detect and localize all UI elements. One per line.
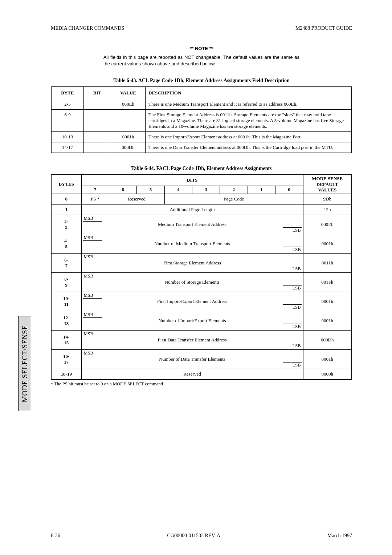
- t43-r0-bit: [84, 99, 111, 110]
- footer-right: March 1997: [327, 533, 352, 539]
- t43-r3-byte: 14-17: [51, 142, 84, 153]
- t43-h-desc: DESCRIPTION: [146, 87, 352, 99]
- t44-r0-c2: Page Code: [164, 194, 303, 204]
- t44-bit-7: 7: [81, 186, 109, 194]
- msb-label: MSB: [84, 351, 93, 356]
- t44-h-ms1: MODE SENSE: [303, 176, 352, 182]
- t43-h-val: VALUE: [111, 87, 146, 99]
- table-row: 1Additional Page Length12h: [51, 204, 352, 215]
- t44-r1-c0: Additional Page Length: [81, 204, 303, 215]
- t44-r1-bytes: 1: [51, 204, 81, 215]
- t44-r0-bytes: 0: [51, 194, 81, 204]
- lsb-label: LSB: [293, 343, 301, 349]
- t44-r9-bytes: 16- 17: [51, 349, 81, 369]
- t43-r1-bit: [84, 110, 111, 132]
- t43-h-bit: BIT: [84, 87, 111, 99]
- t44-r2-fieldname: Medium Transport Element Address: [82, 215, 303, 234]
- table-row: 10-130001hThere is one Import/Export Ele…: [51, 132, 352, 142]
- t44-r7-field: MSBNumber of Import/Export ElementsLSB: [81, 311, 303, 330]
- table-row: 16- 17MSBNumber of Data Transfer Element…: [51, 349, 352, 369]
- t44-r5-fieldname: Number of Storage Elements: [82, 273, 303, 292]
- t43-h-byte: BYTE: [51, 87, 84, 99]
- side-tab-text: MODE SELECT/SENSE: [21, 325, 29, 402]
- t44-r10-c0: Reserved: [81, 369, 303, 380]
- t43-r1-desc: The First Storage Element Address is 001…: [146, 110, 352, 132]
- t44-r7-value: 0001h: [303, 311, 352, 330]
- t44-bit-1: 1: [248, 186, 275, 194]
- t44-bit-2: 2: [220, 186, 248, 194]
- t44-r10-value: 0000h: [303, 369, 352, 380]
- msb-label: MSB: [84, 293, 93, 298]
- table-row: 14- 15MSBFirst Data Transfer Element Add…: [51, 330, 352, 349]
- t44-r4-value: 0011h: [303, 253, 352, 272]
- header-right: M2488 PRODUCT GUIDE: [295, 25, 352, 31]
- t44-r0-c0: PS *: [81, 194, 109, 204]
- note-block: ** NOTE ** All fields in this page are r…: [103, 46, 299, 67]
- t43-r2-desc: There is one Import/Export Element addre…: [146, 132, 352, 142]
- t44-r0-value: 9Dh: [303, 194, 352, 204]
- t44-r6-fieldname: First Import/Export Element Address: [82, 292, 303, 311]
- header-left: MEDIA CHANGER COMMANDS: [51, 25, 124, 31]
- t44-r8-value: 000Dh: [303, 330, 352, 349]
- footer: 6-36 CG00000-011503 REV. A March 1997: [51, 533, 352, 539]
- t44-bit-4: 4: [164, 186, 192, 194]
- t44-h-ms2a: DEFAULT: [317, 182, 338, 187]
- msb-label: MSB: [84, 312, 93, 317]
- t44-r2-value: 000Eh: [303, 215, 352, 234]
- footer-left: 6-36: [51, 533, 60, 539]
- table-row: 0PS *ReservedPage Code9Dh: [51, 194, 352, 204]
- t43-r0-byte: 2-5: [51, 99, 84, 110]
- table-row: 2- 3MSBMedium Transport Element AddressL…: [51, 215, 352, 234]
- lsb-label: LSB: [293, 266, 301, 272]
- msb-label: MSB: [84, 235, 93, 240]
- lsb-label: LSB: [293, 362, 301, 368]
- t44-bit-0: 0: [275, 186, 303, 194]
- t43-r2-bit: [84, 132, 111, 142]
- table-43-caption: Table 6-43. ACL Page Code 1Dh, Element A…: [51, 78, 352, 84]
- msb-label: MSB: [84, 216, 93, 221]
- t44-r5-value: 001Fh: [303, 272, 352, 292]
- table-row: 6- 7MSBFirst Storage Element AddressLSB0…: [51, 253, 352, 272]
- t44-r3-fieldname: Number of Medium Transport Elements: [82, 234, 303, 253]
- note-text: All fields in this page are reported as …: [103, 54, 299, 67]
- table-44: BYTES BITS MODE SENSE DEFAULT VALUES 765…: [51, 174, 352, 380]
- t44-r3-value: 0001h: [303, 234, 352, 253]
- t44-r8-fieldname: First Data Transfer Element Address: [82, 331, 303, 349]
- note-title: ** NOTE **: [103, 46, 299, 51]
- table-row: 4- 5MSBNumber of Medium Transport Elemen…: [51, 234, 352, 253]
- t44-r0-c1: Reserved: [109, 194, 164, 204]
- t44-r3-bytes: 4- 5: [51, 234, 81, 253]
- t43-r3-bit: [84, 142, 111, 153]
- lsb-label: LSB: [293, 247, 301, 252]
- msb-label: MSB: [84, 274, 93, 279]
- side-tab: MODE SELECT/SENSE: [18, 316, 31, 411]
- t44-r4-bytes: 6- 7: [51, 253, 81, 272]
- t44-r9-fieldname: Number of Data Transfer Elements: [82, 350, 303, 369]
- t44-r4-fieldname: First Storage Element Address: [82, 254, 303, 272]
- t44-h-ms2b: VALUES: [318, 187, 336, 193]
- table-44-caption: Table 6-44. FACL Page Code 1Dh, Element …: [51, 166, 352, 171]
- msb-label: MSB: [84, 254, 93, 260]
- t44-r8-bytes: 14- 15: [51, 330, 81, 349]
- table-row: 6-9The First Storage Element Address is …: [51, 110, 352, 132]
- t43-r2-value: 0001h: [111, 132, 146, 142]
- t44-r6-value: 0001h: [303, 292, 352, 311]
- t44-h-ms2: DEFAULT VALUES: [303, 182, 352, 193]
- table-row: 10- 11MSBFirst Import/Export Element Add…: [51, 292, 352, 311]
- t44-r9-field: MSBNumber of Data Transfer ElementsLSB: [81, 349, 303, 369]
- t44-r7-bytes: 12- 13: [51, 311, 81, 330]
- t44-r8-field: MSBFirst Data Transfer Element AddressLS…: [81, 330, 303, 349]
- lsb-label: LSB: [293, 228, 301, 233]
- t44-r5-field: MSBNumber of Storage ElementsLSB: [81, 272, 303, 292]
- t44-r1-value: 12h: [303, 204, 352, 215]
- t44-r2-field: MSBMedium Transport Element AddressLSB: [81, 215, 303, 234]
- t43-r1-value: [111, 110, 146, 132]
- t44-h-bits: BITS: [81, 175, 303, 186]
- lsb-label: LSB: [293, 324, 301, 329]
- table-row: 12- 13MSBNumber of Import/Export Element…: [51, 311, 352, 330]
- t44-r6-field: MSBFirst Import/Export Element AddressLS…: [81, 292, 303, 311]
- t44-r4-field: MSBFirst Storage Element AddressLSB: [81, 253, 303, 272]
- msb-label: MSB: [84, 331, 93, 337]
- t44-r3-field: MSBNumber of Medium Transport ElementsLS…: [81, 234, 303, 253]
- t44-r5-bytes: 8- 9: [51, 272, 81, 292]
